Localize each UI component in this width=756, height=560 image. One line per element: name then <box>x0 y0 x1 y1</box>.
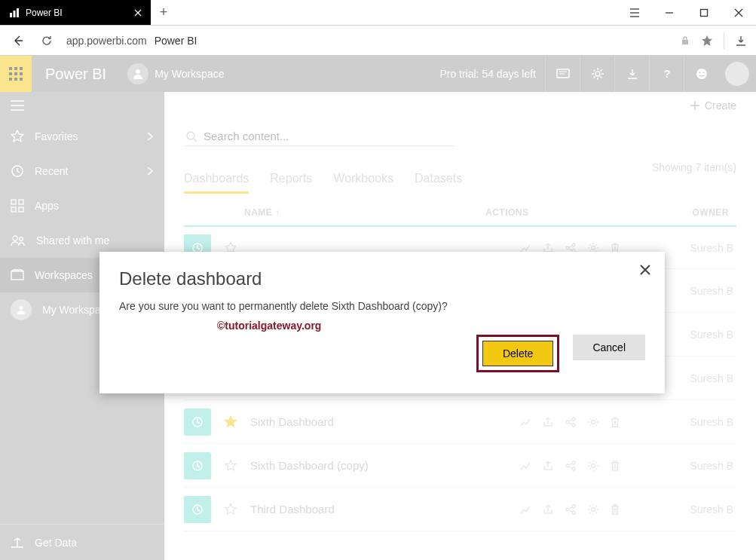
svg-point-29 <box>20 306 23 310</box>
favorite-star-icon[interactable] <box>701 35 713 47</box>
workspace-switcher[interactable]: My Workspace <box>127 63 224 84</box>
back-button[interactable] <box>9 32 27 50</box>
gear-icon[interactable] <box>587 416 599 428</box>
window-minimize-button[interactable] <box>652 0 687 25</box>
svg-point-19 <box>699 72 700 74</box>
tab-datasets[interactable]: Datasets <box>415 172 462 194</box>
modal-title: Delete dashboard <box>119 268 645 289</box>
tab-dashboards[interactable]: Dashboards <box>184 172 249 194</box>
svg-point-33 <box>572 243 575 246</box>
row-actions <box>519 416 620 428</box>
app-launcher-button[interactable] <box>0 56 32 92</box>
svg-point-55 <box>592 420 595 424</box>
svg-point-35 <box>592 246 595 249</box>
browser-tab[interactable]: Power BI <box>0 0 151 25</box>
sidebar-item-recent[interactable]: Recent <box>0 154 164 188</box>
tab-reports[interactable]: Reports <box>270 172 312 194</box>
svg-rect-25 <box>19 207 23 212</box>
share-icon[interactable] <box>542 416 554 428</box>
feedback-icon[interactable] <box>684 56 718 92</box>
related-icon[interactable] <box>565 416 577 428</box>
table-row[interactable]: Sixth Dashboard Suresh B <box>184 400 736 444</box>
create-button[interactable]: Create <box>690 99 736 112</box>
workspace-label: My Workspace <box>155 68 224 80</box>
row-name[interactable]: Third Dashboard <box>250 503 476 516</box>
trash-icon[interactable] <box>610 416 620 428</box>
sidebar-item-apps[interactable]: Apps <box>0 188 164 223</box>
sidebar-toggle[interactable] <box>0 92 164 119</box>
highlight-box: Delete <box>476 335 559 372</box>
browser-menu-icon[interactable] <box>617 0 652 25</box>
svg-point-14 <box>136 69 140 74</box>
svg-rect-4 <box>682 40 688 44</box>
notifications-icon[interactable] <box>545 56 580 92</box>
svg-point-57 <box>566 464 569 467</box>
sidebar-item-favorites[interactable]: Favorites <box>0 119 164 154</box>
list-header: NAME ↑ ACTIONS OWNER <box>184 207 736 218</box>
line-chart-icon[interactable] <box>519 460 531 472</box>
row-name[interactable]: Sixth Dashboard (copy) <box>250 459 476 472</box>
downloads-icon[interactable] <box>735 35 747 47</box>
svg-rect-11 <box>9 78 12 81</box>
cancel-button[interactable]: Cancel <box>573 335 645 360</box>
row-owner: Suresh B <box>666 329 733 341</box>
window-maximize-button[interactable] <box>687 0 721 25</box>
get-data-icon <box>11 537 24 549</box>
trash-icon[interactable] <box>610 503 620 516</box>
svg-point-65 <box>592 507 595 511</box>
svg-point-27 <box>20 237 23 241</box>
column-actions: ACTIONS <box>485 207 636 218</box>
share-icon[interactable] <box>542 460 554 472</box>
svg-point-59 <box>572 467 575 470</box>
svg-point-30 <box>187 132 194 139</box>
delete-button[interactable]: Delete <box>482 341 553 366</box>
modal-message: Are you sure you want to permanently del… <box>119 300 645 312</box>
pro-trial-label: Pro trial: 54 days left <box>439 68 536 80</box>
favorite-toggle[interactable] <box>216 503 246 516</box>
favorite-toggle[interactable] <box>216 415 246 429</box>
refresh-button[interactable] <box>38 32 56 50</box>
svg-rect-5 <box>9 67 12 70</box>
address-field[interactable]: app.powerbi.com Power BI <box>66 35 669 47</box>
svg-point-58 <box>572 461 575 464</box>
svg-point-60 <box>592 464 595 467</box>
sort-asc-icon[interactable]: ↑ <box>275 207 280 218</box>
help-icon[interactable]: ? <box>649 56 684 92</box>
line-chart-icon[interactable] <box>519 416 531 428</box>
line-chart-icon[interactable] <box>519 503 531 516</box>
related-icon[interactable] <box>565 503 577 516</box>
table-row[interactable]: Sixth Dashboard (copy) Suresh B <box>184 444 736 488</box>
sidebar-item-label: Apps <box>35 200 59 212</box>
tab-close-icon[interactable] <box>134 9 142 17</box>
trash-icon[interactable] <box>610 460 620 472</box>
search-field[interactable] <box>184 127 455 146</box>
svg-rect-1 <box>14 11 16 17</box>
svg-point-62 <box>566 508 569 511</box>
svg-rect-13 <box>20 78 23 81</box>
showing-count: Showing 7 item(s) <box>652 161 736 173</box>
gear-icon[interactable] <box>587 460 599 472</box>
row-name[interactable]: Sixth Dashboard <box>250 415 476 428</box>
column-name[interactable]: NAME <box>244 207 272 218</box>
search-input[interactable] <box>204 130 454 142</box>
account-avatar[interactable] <box>718 62 756 86</box>
sidebar-get-data[interactable]: Get Data <box>0 524 164 560</box>
svg-point-32 <box>566 246 569 249</box>
table-row[interactable]: Third Dashboard Suresh B <box>184 488 736 531</box>
settings-icon[interactable] <box>580 56 614 92</box>
modal-close-button[interactable] <box>639 264 651 276</box>
related-icon[interactable] <box>565 460 577 472</box>
gear-icon[interactable] <box>587 503 599 516</box>
person-icon <box>11 299 32 320</box>
browser-address-bar: app.powerbi.com Power BI <box>0 26 756 56</box>
favorite-toggle[interactable] <box>216 459 246 473</box>
plus-icon <box>690 100 700 111</box>
new-tab-button[interactable]: + <box>151 0 176 25</box>
tab-workbooks[interactable]: Workbooks <box>333 172 393 194</box>
window-close-button[interactable] <box>721 0 756 25</box>
sidebar-footer-label: Get Data <box>35 537 77 549</box>
divider <box>724 32 724 49</box>
download-icon[interactable] <box>614 56 649 92</box>
svg-point-26 <box>13 236 17 240</box>
share-icon[interactable] <box>542 503 554 516</box>
